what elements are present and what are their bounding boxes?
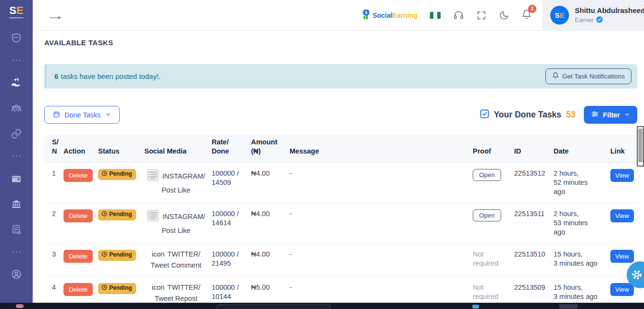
status-badge: Pending [98,169,136,180]
cell-sn: 1 [44,162,63,203]
nigeria-flag[interactable] [429,12,441,19]
banner-message: tasks have been posted today!. [61,72,161,80]
calendar-icon [53,111,60,119]
cell-date: 2 hours,53 minutesago [554,203,610,243]
your-done-tasks-count: 53 [566,110,575,120]
table-toolbar: Done Tasks Your Done Tasks 53 Filter [44,106,637,124]
topbar-actions: $ SocialEarning 3 [362,8,532,22]
your-done-tasks[interactable]: Your Done Tasks 53 [480,109,576,121]
taskbar-item [472,305,479,309]
profile-user-icon [11,269,22,280]
sidebar-item-wallet[interactable] [0,166,33,191]
sidebar-collapse-arrow-icon[interactable]: → [46,9,65,22]
fullscreen-icon[interactable] [476,10,487,21]
sidebar-section-divider [13,51,21,70]
view-button[interactable]: View [610,250,634,263]
sidebar-item-tasks[interactable] [0,25,33,51]
get-task-notifications-button[interactable]: Get Task Notifications [545,68,631,84]
wallet-icon [11,173,22,184]
filter-sliders-icon [591,110,599,119]
social-media-thumbnail-icon [147,209,159,224]
scrollbar-thumb[interactable] [638,129,643,162]
user-avatar: SE [550,6,569,25]
cell-id: 22513512 [514,162,554,203]
page-title: AVAILABLE TASKS [44,39,637,47]
proof-open-button[interactable]: Open [473,209,501,221]
delete-button[interactable]: Delete [63,209,93,222]
statements-document-icon [11,224,22,235]
headset-icon[interactable] [453,10,464,21]
delete-button[interactable]: Delete [63,169,93,182]
sidebar-item-bank[interactable] [0,191,33,217]
brand-name: SocialEarning [373,12,417,19]
page-content: AVAILABLE TASKS 6 tasks have been posted… [33,31,644,309]
col-action: Action [63,135,98,162]
cell-date: 15 hours,3 minutes ago [554,243,610,276]
sidebar-item-statements[interactable] [0,217,33,242]
col-social-media: Social Media [144,135,212,162]
sidebar-section-divider [13,242,21,261]
tasks-shield-icon [11,32,22,44]
cell-amount: ₦4.00 [251,203,290,243]
chevron-down-icon [105,111,111,119]
user-info: Shittu Abdulrasheed Earner [575,6,644,25]
app-logo[interactable]: SE [9,5,24,18]
view-button[interactable]: View [610,283,634,296]
dark-mode-moon-icon[interactable] [499,10,509,21]
sidebar-item-earn[interactable] [0,70,33,95]
topbar: → $ SocialEarning 3 SE Shittu Abdulrash [33,0,644,31]
done-tasks-dropdown[interactable]: Done Tasks [44,106,120,124]
broken-image-alt-text: icon [152,283,164,292]
col-id: ID [514,135,554,162]
col-proof: Proof [473,135,514,162]
clock-icon [101,251,107,259]
app-logo-subtext [9,17,24,18]
main-area: → $ SocialEarning 3 SE Shittu Abdulrash [33,0,644,309]
cell-rate-done: 100000 /21495 [212,243,251,276]
notification-count-badge: 3 [528,5,536,13]
tasks-posted-banner: 6 tasks have been posted today!. Get Tas… [44,64,637,89]
cell-rate-done: 100000 /14509 [212,162,251,203]
bell-outline-icon [552,72,559,80]
cell-sn: 2 [44,203,63,243]
delete-button[interactable]: Delete [63,250,93,263]
user-panel[interactable]: SE Shittu Abdulrasheed Earner [543,0,644,31]
view-button[interactable]: View [610,209,634,222]
cell-social-media: iconTWITTER/ Tweet Comment [144,243,212,276]
cell-id: 22513511 [514,203,554,243]
clock-icon [101,211,107,219]
sidebar: SE [0,0,33,309]
notifications-bell[interactable]: 3 [521,9,532,22]
sidebar-item-links[interactable] [0,121,33,146]
taskbar-search-box [216,304,330,309]
your-done-tasks-label: Your Done Tasks [494,110,561,120]
filter-button[interactable]: Filter [584,106,637,124]
col-message: Message [290,135,473,162]
verified-badge-icon [596,16,603,25]
cell-message: - [290,243,473,276]
col-rate-done: Rate/Done [212,135,251,162]
brand-logo[interactable]: $ SocialEarning [362,8,417,22]
cell-rate-done: 100000 /14614 [212,203,251,243]
bank-icon [11,198,22,210]
col-status: Status [98,135,144,162]
sidebar-nav [0,25,33,287]
view-button[interactable]: View [610,169,634,182]
col-amount: Amount(₦) [251,135,290,162]
status-badge: Pending [98,283,136,294]
clock-icon [101,284,107,293]
table-row: 2 Delete Pending INSTAGRAM/ Post Like 10… [44,203,637,243]
referrals-people-icon [11,103,22,114]
delete-button[interactable]: Delete [63,283,93,296]
cell-social-media: INSTAGRAM/ Post Like [144,203,212,243]
toolbar-right: Your Done Tasks 53 Filter [480,106,637,124]
sidebar-item-referrals[interactable] [0,95,33,121]
app-logo-text: SE [9,5,23,16]
cell-proof: Not required [473,243,514,276]
user-role: Earner [575,16,644,25]
brand-icon: $ [362,8,372,22]
proof-open-button[interactable]: Open [473,169,501,181]
sidebar-item-profile[interactable] [0,261,33,287]
vertical-scrollbar[interactable] [637,126,644,167]
cell-id: 22513510 [514,243,554,276]
